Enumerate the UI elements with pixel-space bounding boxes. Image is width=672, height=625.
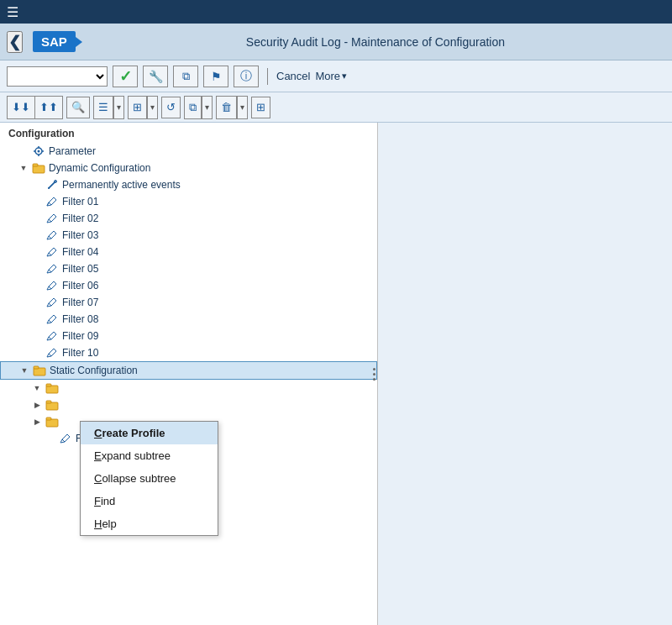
tree-item-filter06[interactable]: Filter 06	[0, 277, 377, 294]
tree-item-filter10[interactable]: Filter 10	[0, 344, 377, 361]
flag-button[interactable]: ⚑	[203, 66, 228, 87]
pencil-icon-04	[45, 246, 59, 258]
tree-item-static-sub1[interactable]: ▼	[0, 380, 377, 397]
tree-item-static-sub2[interactable]: ▶	[0, 397, 377, 413]
extras-button[interactable]: ⊞	[251, 97, 270, 118]
blank-expand	[17, 144, 30, 158]
context-menu-item-find[interactable]: Find	[81, 490, 218, 512]
tree-item-perm-events[interactable]: Permanently active events	[0, 176, 377, 193]
refresh-icon: ↺	[166, 101, 176, 113]
svg-line-15	[49, 286, 51, 289]
right-panel	[378, 123, 672, 625]
collapse-icon[interactable]: ▼	[17, 161, 30, 175]
collapse-all-button[interactable]: ⬆⬆	[35, 97, 62, 118]
collapse-all-icon: ⬆⬆	[39, 101, 58, 113]
svg-line-13	[49, 253, 51, 255]
svg-line-17	[49, 320, 51, 323]
pencil-icon-08	[45, 313, 59, 325]
menu-bar: ☰	[0, 0, 672, 24]
copy-item-button[interactable]: ⧉	[185, 97, 202, 118]
resize-dot	[373, 378, 375, 381]
tree-item-filter08[interactable]: Filter 08	[0, 311, 377, 328]
main-content: Configuration Parameter ▼ Dynamic Config…	[0, 123, 672, 625]
check-icon: ✓	[119, 67, 132, 86]
copy-group: ⧉ ▾	[184, 96, 213, 119]
pencil-icon-02	[45, 213, 59, 224]
collapse-subtree-label: Collapse subtree	[94, 472, 176, 485]
tree-panel: Configuration Parameter ▼ Dynamic Config…	[0, 123, 378, 625]
delete-icon: 🗑	[221, 101, 232, 113]
svg-point-1	[38, 150, 40, 153]
delete-button[interactable]: 🗑	[217, 97, 237, 118]
svg-line-12	[49, 236, 51, 239]
copy-dropdown[interactable]: ▾	[202, 97, 212, 118]
search-button[interactable]: 🔍	[66, 97, 90, 118]
hamburger-icon[interactable]: ☰	[7, 4, 18, 20]
filter05-label: Filter 05	[62, 263, 98, 275]
svg-line-19	[49, 354, 51, 356]
configure-button[interactable]: 🔧	[143, 66, 168, 87]
create-profile-label: Create Profile	[94, 427, 165, 439]
list-view-button[interactable]: ☰	[94, 97, 113, 118]
delete-group: 🗑 ▾	[216, 96, 248, 119]
perm-events-label: Permanently active events	[62, 179, 181, 191]
tree-item-filter02[interactable]: Filter 02	[0, 210, 377, 227]
filter06-label: Filter 06	[62, 280, 98, 291]
sap-logo: SAP	[33, 31, 76, 52]
refresh-button[interactable]: ↺	[161, 97, 181, 118]
pencil-icon-s1	[59, 433, 72, 444]
filter02-label: Filter 02	[62, 213, 98, 224]
svg-rect-7	[33, 164, 38, 166]
tree-item-filter07[interactable]: Filter 07	[0, 294, 377, 311]
save-button[interactable]: ✓	[113, 66, 138, 87]
tree-item-parameter[interactable]: Parameter	[0, 143, 377, 160]
expand-collapse-group: ⬇⬇ ⬆⬆	[7, 96, 63, 119]
delete-dropdown[interactable]: ▾	[237, 97, 247, 118]
resize-dot	[373, 368, 375, 370]
static-expand-icon[interactable]: ▼	[18, 364, 31, 377]
more-button[interactable]: More ▾	[315, 70, 347, 82]
pencil-icon-07	[45, 297, 59, 308]
dynamic-config-label: Dynamic Configuration	[49, 162, 150, 174]
pencil-icon-06	[45, 280, 59, 291]
tree-item-filter04[interactable]: Filter 04	[0, 244, 377, 260]
search-icon: 🔍	[71, 101, 85, 113]
back-button[interactable]: ❮	[7, 31, 23, 53]
page-title: Security Audit Log - Maintenance of Conf…	[86, 35, 665, 49]
svg-rect-25	[46, 401, 51, 403]
pencil-icon-05	[45, 263, 59, 275]
folder-sub2-icon	[45, 399, 59, 411]
tree-item-filter01[interactable]: Filter 01	[0, 193, 377, 210]
grid-icon: ⊞	[133, 101, 142, 113]
context-menu-item-help[interactable]: Help	[81, 512, 218, 535]
copy-button[interactable]: ⧉	[173, 66, 198, 87]
context-menu-item-expand-subtree[interactable]: Expand subtree	[81, 444, 218, 467]
toolbar-select[interactable]	[7, 66, 108, 87]
filter10-label: Filter 10	[62, 347, 98, 359]
expand-all-button[interactable]: ⬇⬇	[8, 97, 35, 118]
svg-line-11	[49, 219, 51, 222]
tree-item-static-config[interactable]: ▼ Static Configuration	[0, 361, 377, 380]
info-button[interactable]: ⓘ	[234, 66, 259, 87]
cancel-button[interactable]: Cancel	[276, 70, 310, 82]
grid-view-button[interactable]: ⊞	[129, 97, 147, 118]
tree-item-dynamic-config[interactable]: ▼ Dynamic Configuration	[0, 160, 377, 176]
tree-item-filter05[interactable]: Filter 05	[0, 260, 377, 277]
context-menu-item-collapse-subtree[interactable]: Collapse subtree	[81, 467, 218, 490]
tree-item-filter03[interactable]: Filter 03	[0, 227, 377, 244]
grid-view-dropdown[interactable]: ▾	[147, 97, 157, 118]
pencil-icon-10	[45, 347, 59, 359]
tree-item-filter09[interactable]: Filter 09	[0, 328, 377, 344]
secondary-toolbar: ⬇⬇ ⬆⬆ 🔍 ☰ ▾ ⊞ ▾ ↺ ⧉ ▾ 🗑 ▾	[0, 92, 672, 123]
wrench-icon: 🔧	[149, 70, 163, 83]
header: ❮ SAP Security Audit Log - Maintenance o…	[0, 24, 672, 60]
resize-dot	[373, 373, 375, 376]
pencil-icon-03	[45, 229, 59, 241]
list-view-dropdown[interactable]: ▾	[113, 97, 123, 118]
resize-handle[interactable]	[370, 361, 377, 386]
filter09-label: Filter 09	[62, 330, 98, 342]
wrench2-icon	[45, 179, 59, 191]
copy-icon: ⧉	[182, 70, 190, 83]
extras-icon: ⊞	[256, 101, 265, 113]
context-menu-item-create-profile[interactable]: Create Profile	[81, 422, 218, 444]
